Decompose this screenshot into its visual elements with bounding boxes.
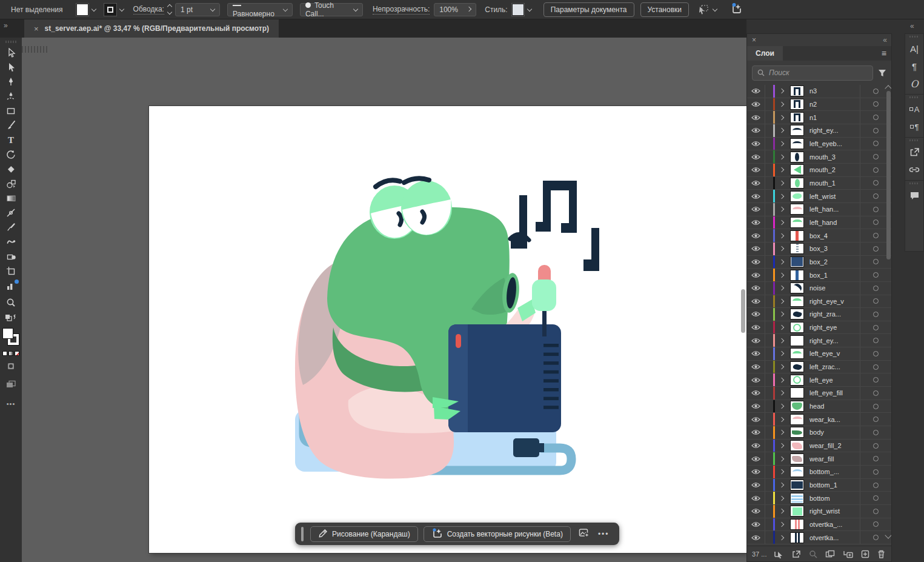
target-circle-icon[interactable] (873, 338, 879, 343)
visibility-eye-icon[interactable] (747, 321, 765, 334)
layer-thumbnail[interactable] (790, 532, 804, 543)
layer-name[interactable]: right_zra... (809, 310, 860, 318)
layer-thumbnail[interactable] (790, 466, 804, 477)
swap-fill-stroke-icon[interactable] (2, 310, 19, 324)
layer-name[interactable]: n3 (809, 87, 860, 95)
stroke-width-stepper[interactable] (168, 5, 171, 14)
target-circle-icon[interactable] (873, 377, 879, 383)
visibility-eye-icon[interactable] (747, 452, 765, 465)
direct-selection-tool[interactable] (2, 60, 19, 75)
taskbar-drag-handle[interactable] (301, 527, 304, 541)
selection-options-chevron-icon[interactable] (713, 6, 717, 11)
layer-row[interactable]: left_eye_v (747, 347, 891, 361)
target-circle-icon[interactable] (873, 246, 879, 252)
selection-tool[interactable] (2, 45, 19, 60)
generative-ai-icon[interactable] (730, 2, 743, 16)
target-circle-icon[interactable] (873, 325, 879, 330)
target-circle-icon[interactable] (873, 521, 879, 527)
document-setup-button[interactable]: Параметры документа (543, 2, 634, 17)
tab-layers[interactable]: Слои (747, 46, 783, 61)
layer-name[interactable]: left_wrist (809, 193, 860, 200)
target-circle-icon[interactable] (873, 154, 879, 159)
canvas-scrollbar[interactable] (741, 289, 745, 333)
dock-grip[interactable] (909, 36, 919, 38)
layer-thumbnail[interactable] (790, 270, 804, 281)
paragraph-styles-panel-icon[interactable]: ¶ (910, 120, 919, 133)
layer-name[interactable]: body (809, 429, 860, 436)
expand-chevron-icon[interactable] (779, 535, 784, 540)
dock-grip[interactable] (909, 182, 919, 184)
layer-row[interactable]: otvertka... (747, 531, 891, 544)
stroke-width-dropdown[interactable]: 1 pt (175, 3, 220, 16)
layer-thumbnail[interactable] (790, 256, 804, 267)
expand-chevron-icon[interactable] (779, 233, 784, 238)
search-input[interactable]: Поиск (752, 65, 873, 81)
width-tool[interactable] (2, 206, 19, 220)
stroke-swatch[interactable] (104, 4, 116, 16)
fill-chevron-icon[interactable] (91, 6, 96, 11)
expand-chevron-icon[interactable] (779, 89, 784, 93)
layer-row[interactable]: box_2 (747, 256, 891, 269)
visibility-eye-icon[interactable] (747, 387, 765, 400)
visibility-eye-icon[interactable] (747, 85, 765, 98)
expand-chevron-icon[interactable] (779, 128, 784, 133)
layer-row[interactable]: right_eye_v (747, 295, 891, 309)
target-circle-icon[interactable] (873, 535, 879, 540)
opentype-panel-icon[interactable]: O (910, 77, 918, 90)
curvature-tool[interactable] (2, 89, 19, 104)
artboard-tool[interactable] (2, 264, 19, 278)
layer-row[interactable]: otvertka_... (747, 518, 891, 532)
visibility-eye-icon[interactable] (747, 479, 765, 492)
panel-close-icon[interactable]: × (752, 36, 756, 44)
layer-row[interactable]: right_ey... (747, 124, 891, 138)
rectangle-tool[interactable] (2, 104, 19, 118)
delete-layer-icon[interactable] (877, 550, 885, 558)
dock-grip[interactable] (909, 96, 919, 98)
screen-mode-icon[interactable] (2, 377, 19, 392)
layer-row[interactable]: left_eye (747, 373, 891, 387)
layer-thumbnail[interactable] (790, 506, 804, 517)
layer-row[interactable]: n3 (747, 85, 891, 98)
links-panel-icon[interactable] (909, 163, 920, 176)
target-circle-icon[interactable] (873, 495, 879, 501)
visibility-eye-icon[interactable] (747, 308, 765, 321)
layers-scrollbar[interactable] (885, 86, 891, 538)
layer-thumbnail[interactable] (790, 375, 804, 386)
visibility-eye-icon[interactable] (747, 426, 765, 439)
symbol-sprayer-tool[interactable] (2, 249, 19, 264)
visibility-eye-icon[interactable] (747, 295, 765, 308)
target-circle-icon[interactable] (873, 312, 879, 317)
layer-name[interactable]: left_zrac... (809, 363, 860, 370)
visibility-eye-icon[interactable] (747, 440, 765, 452)
visibility-eye-icon[interactable] (747, 269, 765, 281)
layer-row[interactable]: mouth_2 (747, 164, 891, 177)
gradient-tool[interactable] (2, 191, 19, 206)
target-circle-icon[interactable] (873, 207, 879, 212)
layer-thumbnail[interactable] (790, 125, 804, 136)
selection-options-icon[interactable] (697, 4, 710, 15)
visibility-eye-icon[interactable] (747, 138, 765, 150)
layer-row[interactable]: bottom_1 (747, 479, 891, 492)
layer-name[interactable]: noise (809, 284, 860, 292)
expand-chevron-icon[interactable] (779, 364, 784, 369)
layer-row[interactable]: head (747, 400, 891, 413)
visibility-eye-icon[interactable] (747, 229, 765, 242)
layer-name[interactable]: box_4 (809, 232, 860, 239)
layer-thumbnail[interactable] (790, 152, 804, 162)
visibility-eye-icon[interactable] (747, 531, 765, 544)
layer-row[interactable]: left_wrist (747, 190, 891, 203)
target-circle-icon[interactable] (873, 469, 879, 475)
shape-builder-tool[interactable] (2, 176, 19, 191)
layer-name[interactable]: mouth_1 (809, 179, 860, 187)
layer-thumbnail[interactable] (790, 283, 804, 293)
layer-row[interactable]: left_zrac... (747, 361, 891, 374)
color-swatch-mini[interactable] (2, 351, 7, 356)
dock-collapse-icon[interactable]: « (910, 22, 914, 30)
style-swatch[interactable] (512, 4, 524, 16)
new-sublayer-icon[interactable] (843, 550, 853, 558)
visibility-eye-icon[interactable] (747, 124, 765, 137)
layer-thumbnail[interactable] (790, 440, 804, 451)
layer-name[interactable]: right_ey... (809, 337, 860, 344)
blob-brush-tool[interactable] (2, 235, 19, 249)
layer-thumbnail[interactable] (790, 387, 804, 398)
